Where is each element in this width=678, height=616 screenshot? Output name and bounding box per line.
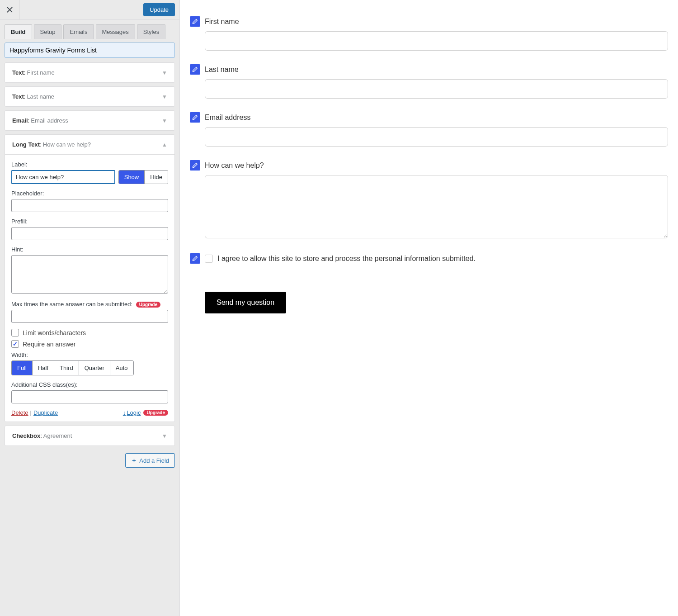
field-row-email[interactable]: Email: Email address ▼ <box>5 110 175 131</box>
label-input[interactable] <box>11 170 115 184</box>
form-preview: First name Last name Email address <box>180 0 678 616</box>
width-quarter-button[interactable]: Quarter <box>79 361 110 375</box>
chevron-down-icon: ▼ <box>162 118 167 124</box>
pencil-icon <box>192 66 198 72</box>
field-name-label: Last name <box>27 93 54 100</box>
tab-bar: Build Setup Emails Messages Styles <box>0 20 179 39</box>
hint-label: Hint: <box>11 246 168 253</box>
width-label: Width: <box>11 351 168 358</box>
pencil-icon <box>192 19 198 24</box>
consent-text: I agree to allow this site to store and … <box>217 255 476 263</box>
chevron-up-icon: ▲ <box>162 142 167 148</box>
field-name-label: Agreement <box>43 432 72 439</box>
edit-field-button[interactable] <box>190 253 200 264</box>
limit-words-checkbox[interactable] <box>11 329 19 336</box>
pencil-icon <box>192 162 198 168</box>
field-row-checkbox[interactable]: Checkbox: Agreement ▼ <box>5 426 175 446</box>
upgrade-badge[interactable]: Upgrade <box>143 410 168 416</box>
consent-checkbox[interactable] <box>205 255 213 263</box>
label-show-button[interactable]: Show <box>119 171 145 184</box>
limit-words-label: Limit words/characters <box>23 329 86 336</box>
customizer-sidebar: Update Build Setup Emails Messages Style… <box>0 0 180 616</box>
delete-link[interactable]: Delete <box>11 409 28 416</box>
require-answer-row[interactable]: Require an answer <box>11 340 168 348</box>
message-textarea[interactable] <box>205 175 668 238</box>
field-type-label: Email <box>12 117 28 124</box>
close-button[interactable] <box>0 0 20 20</box>
edit-field-button[interactable] <box>190 16 200 27</box>
placeholder-input[interactable] <box>11 199 168 212</box>
field-row-long-text: Long Text: How can we help? ▲ Label: Sho… <box>5 134 175 422</box>
tab-styles[interactable]: Styles <box>137 24 165 39</box>
email-input[interactable] <box>205 127 668 147</box>
sidebar-header: Update <box>0 0 179 20</box>
logic-link[interactable]: ↓ Logic Upgrade <box>123 409 168 416</box>
field-type-label: Checkbox <box>12 432 40 439</box>
edit-field-button[interactable] <box>190 64 200 75</box>
tab-emails[interactable]: Emails <box>63 24 94 39</box>
field-type-label: Text <box>12 69 24 76</box>
field-name-label: First name <box>27 69 54 76</box>
update-button[interactable]: Update <box>143 3 175 16</box>
form-title-input[interactable] <box>5 43 175 58</box>
css-classes-label: Additional CSS class(es): <box>11 381 168 388</box>
plus-icon: ＋ <box>131 456 137 464</box>
preview-label: First name <box>205 18 239 26</box>
add-field-button[interactable]: ＋ Add a Field <box>125 453 175 468</box>
max-answers-label: Max times the same answer can be submitt… <box>11 301 168 308</box>
width-full-button[interactable]: Full <box>12 361 32 375</box>
field-row-last-name[interactable]: Text: Last name ▼ <box>5 86 175 107</box>
duplicate-link[interactable]: Duplicate <box>33 409 58 416</box>
submit-button[interactable]: Send my question <box>205 292 286 313</box>
width-auto-button[interactable]: Auto <box>110 361 133 375</box>
label-hide-button[interactable]: Hide <box>144 171 168 184</box>
field-name-label: How can we help? <box>43 141 91 148</box>
edit-field-button[interactable] <box>190 160 200 171</box>
chevron-down-icon: ▼ <box>162 94 167 100</box>
max-answers-input[interactable] <box>11 310 168 323</box>
field-type-label: Long Text <box>12 141 40 148</box>
prefill-input[interactable] <box>11 227 168 240</box>
edit-field-button[interactable] <box>190 112 200 123</box>
hint-textarea[interactable] <box>11 255 168 294</box>
field-type-label: Text <box>12 93 24 100</box>
css-classes-input[interactable] <box>11 390 168 403</box>
last-name-input[interactable] <box>205 79 668 99</box>
width-third-button[interactable]: Third <box>54 361 79 375</box>
tab-messages[interactable]: Messages <box>96 24 135 39</box>
pencil-icon <box>192 256 198 261</box>
tab-setup[interactable]: Setup <box>34 24 62 39</box>
field-list: Text: First name ▼ Text: Last name ▼ Ema… <box>5 62 175 446</box>
field-name-label: Email address <box>31 117 68 124</box>
label-visibility-segment: Show Hide <box>118 170 168 184</box>
label-label: Label: <box>11 161 168 168</box>
prefill-label: Prefill: <box>11 218 168 225</box>
limit-words-row[interactable]: Limit words/characters <box>11 329 168 336</box>
chevron-down-icon: ▼ <box>162 433 167 439</box>
pencil-icon <box>192 114 198 120</box>
tab-build[interactable]: Build <box>5 24 32 39</box>
require-answer-checkbox[interactable] <box>11 340 19 348</box>
first-name-input[interactable] <box>205 31 668 51</box>
field-editor: Label: Show Hide Placeholder: <box>5 154 174 422</box>
arrow-down-icon: ↓ <box>123 409 126 416</box>
preview-label: How can we help? <box>205 161 264 170</box>
field-row-long-text-header[interactable]: Long Text: How can we help? ▲ <box>5 135 174 154</box>
width-half-button[interactable]: Half <box>32 361 54 375</box>
width-segment: Full Half Third Quarter Auto <box>11 360 134 375</box>
field-row-first-name[interactable]: Text: First name ▼ <box>5 62 175 83</box>
require-answer-label: Require an answer <box>23 341 76 348</box>
chevron-down-icon: ▼ <box>162 70 167 76</box>
upgrade-badge[interactable]: Upgrade <box>136 302 161 308</box>
close-icon <box>6 6 13 13</box>
preview-label: Email address <box>205 114 250 122</box>
placeholder-label: Placeholder: <box>11 190 168 197</box>
preview-label: Last name <box>205 66 239 74</box>
